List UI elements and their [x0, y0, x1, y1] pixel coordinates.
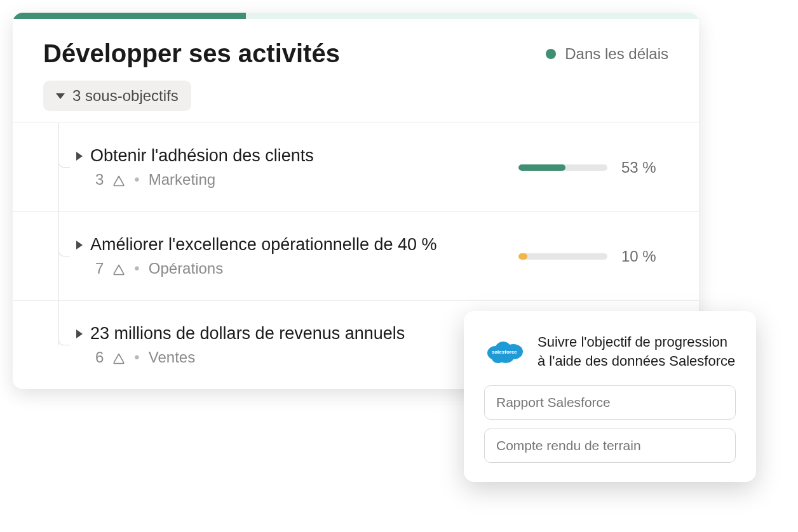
chevron-down-icon [56, 93, 65, 99]
goal-title: Améliorer l'excellence opérationnelle de… [90, 235, 436, 255]
field-report-input[interactable] [484, 429, 736, 463]
salesforce-report-input[interactable] [484, 385, 736, 420]
goal-title-row: Obtenir l'adhésion des clients [76, 146, 518, 166]
progress-fill [518, 164, 565, 171]
goal-row[interactable]: Obtenir l'adhésion des clients 3 • Marke… [13, 123, 699, 212]
goal-title-row: Améliorer l'excellence opérationnelle de… [76, 235, 518, 255]
chevron-right-icon[interactable] [76, 241, 83, 249]
goal-shape-icon [112, 173, 125, 186]
sub-goals-label: 3 sous-objectifs [72, 87, 179, 105]
separator-dot-icon: • [134, 260, 139, 277]
sub-goals-toggle[interactable]: 3 sous-objectifs [43, 81, 191, 111]
progress-percent: 10 % [621, 248, 666, 265]
salesforce-icon: salesforce [484, 336, 525, 367]
chevron-right-icon[interactable] [76, 329, 83, 338]
svg-text:salesforce: salesforce [492, 349, 517, 355]
status-label: Dans les délais [565, 45, 668, 63]
progress-percent: 53 % [621, 159, 666, 176]
separator-dot-icon: • [134, 349, 139, 366]
tree-branch [58, 212, 70, 256]
progress-fill [518, 253, 527, 260]
goal-count: 7 [95, 260, 104, 277]
goal-title: Obtenir l'adhésion des clients [90, 146, 314, 166]
top-progress-bar [13, 13, 699, 19]
goal-progress: 10 % [518, 248, 666, 265]
popover-header: salesforce Suivre l'objectif de progress… [484, 333, 736, 370]
goal-shape-icon [112, 262, 125, 275]
tree-branch [58, 301, 70, 345]
popover-title: Suivre l'objectif de progression à l'aid… [538, 333, 736, 370]
goal-count: 3 [95, 171, 104, 189]
status-dot-icon [546, 49, 556, 59]
progress-bar [518, 164, 607, 171]
goal-team: Ventes [149, 349, 195, 366]
page-title: Développer ses activités [43, 39, 340, 68]
chevron-right-icon[interactable] [76, 152, 83, 161]
goal-meta: 7 • Opérations [76, 260, 518, 277]
status-badge: Dans les délais [546, 45, 668, 63]
tree-branch [58, 123, 70, 168]
goal-meta: 3 • Marketing [76, 171, 518, 189]
goal-team: Opérations [149, 260, 223, 277]
top-progress-fill [13, 13, 246, 19]
goal-count: 6 [95, 349, 104, 366]
goal-main: Obtenir l'adhésion des clients 3 • Marke… [76, 146, 518, 189]
separator-dot-icon: • [134, 171, 139, 189]
goal-team: Marketing [149, 171, 215, 189]
card-header: Développer ses activités Dans les délais [13, 19, 699, 81]
goal-shape-icon [112, 351, 125, 364]
progress-bar [518, 253, 607, 260]
goal-progress: 53 % [518, 159, 666, 176]
salesforce-popover: salesforce Suivre l'objectif de progress… [464, 311, 756, 482]
goal-title: 23 millions de dollars de revenus annuel… [90, 324, 405, 343]
goal-row[interactable]: Améliorer l'excellence opérationnelle de… [13, 212, 699, 301]
goal-main: Améliorer l'excellence opérationnelle de… [76, 235, 518, 277]
